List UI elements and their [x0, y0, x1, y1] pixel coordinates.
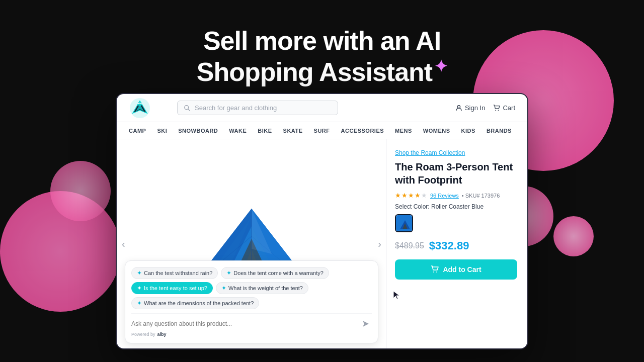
- signin-label: Sign In: [465, 104, 485, 112]
- nav-surf[interactable]: SURF: [314, 128, 330, 134]
- brand-logo-icon: [129, 97, 151, 119]
- hero-title: Sell more with an AI Shopping Assistant✦: [0, 25, 644, 88]
- price-row: $489.95 $332.89: [395, 239, 517, 252]
- product-image-section: Free Flow ‹ › ✦ Can the test withstand r…: [117, 139, 386, 348]
- send-icon: [362, 320, 370, 328]
- next-image-button[interactable]: ›: [378, 238, 381, 250]
- cart-button[interactable]: Cart: [493, 104, 515, 112]
- nav-womens[interactable]: WOMENS: [423, 128, 450, 134]
- cart-add-icon: [431, 265, 439, 274]
- svg-point-4: [496, 110, 497, 111]
- chat-send-button[interactable]: [360, 318, 372, 330]
- cart-icon: [493, 105, 500, 112]
- chat-input[interactable]: [131, 320, 356, 327]
- ai-sparkle-icon: ✦: [434, 57, 447, 75]
- add-to-cart-label: Add to Cart: [443, 265, 481, 274]
- suggestion-label-2: Is the tent easy to set up?: [144, 285, 207, 291]
- chip-sparkle-icon-2: ✦: [137, 285, 142, 292]
- user-icon: [455, 105, 462, 112]
- nav-wake[interactable]: WAKE: [229, 128, 247, 134]
- device-mockup: Search for gear and clothing Sign In Car…: [116, 93, 528, 349]
- prev-image-button[interactable]: ‹: [122, 238, 125, 250]
- nav-camp[interactable]: CAMP: [129, 128, 146, 134]
- nav-kids[interactable]: KIDS: [461, 128, 475, 134]
- nav-ski[interactable]: SKI: [157, 128, 167, 134]
- signin-button[interactable]: Sign In: [455, 104, 485, 112]
- suggestion-chip-0[interactable]: ✦ Can the test withstand rain?: [131, 267, 218, 279]
- star-5: ★: [421, 192, 427, 199]
- nav-brands[interactable]: BRANDS: [487, 128, 512, 134]
- price-sale: $332.89: [429, 239, 469, 252]
- add-to-cart-button[interactable]: Add to Cart: [395, 259, 517, 280]
- nav-skate[interactable]: SKATE: [283, 128, 303, 134]
- color-swatch-row: [395, 214, 517, 232]
- chip-sparkle-icon-3: ✦: [221, 285, 226, 292]
- hero-section: Sell more with an AI Shopping Assistant✦: [0, 25, 644, 88]
- product-rating-row: ★ ★ ★ ★ ★ 96 Reviews • SKU# 173976: [395, 192, 517, 199]
- chat-input-row: [131, 313, 372, 330]
- chip-sparkle-icon-4: ✦: [137, 300, 142, 307]
- suggestion-label-0: Can the test withstand rain?: [144, 270, 212, 276]
- star-2: ★: [401, 192, 408, 199]
- collection-link[interactable]: Shop the Roam Collection: [395, 149, 517, 156]
- reviews-link[interactable]: 96 Reviews: [430, 193, 459, 199]
- nav-snowboard[interactable]: SNOWBOARD: [178, 128, 218, 134]
- suggestion-label-1: Does the tent come with a warranty?: [233, 270, 324, 276]
- product-name: The Roam 3-Person Tent with Footprint: [395, 160, 517, 187]
- svg-point-5: [498, 110, 499, 111]
- store-nav: CAMP SKI SNOWBOARD WAKE BIKE SKATE SURF …: [117, 122, 527, 139]
- nav-bike[interactable]: BIKE: [258, 128, 272, 134]
- product-info-section: Shop the Roam Collection The Roam 3-Pers…: [386, 139, 527, 348]
- store-header: Search for gear and clothing Sign In Car…: [117, 94, 527, 122]
- suggestion-chip-3[interactable]: ✦ What is the weight of the tent?: [216, 282, 308, 294]
- decorative-blob-br2: [553, 216, 594, 256]
- star-3: ★: [408, 192, 414, 199]
- nav-mens[interactable]: MENS: [395, 128, 412, 134]
- search-icon: [184, 105, 191, 112]
- svg-point-19: [436, 272, 437, 273]
- svg-point-3: [457, 105, 460, 108]
- hero-line1: Sell more with an AI: [0, 25, 644, 56]
- swatch-blue-icon: [396, 215, 413, 232]
- nav-accessories[interactable]: ACCESSORIES: [341, 128, 384, 134]
- search-bar[interactable]: Search for gear and clothing: [177, 101, 338, 115]
- price-original: $489.95: [395, 241, 424, 250]
- suggestion-label-4: What are the dimensions of the packed te…: [144, 300, 254, 306]
- sku-text: • SKU# 173976: [462, 193, 500, 199]
- decorative-blob-left2: [50, 161, 111, 221]
- search-placeholder-text: Search for gear and clothing: [195, 104, 277, 112]
- chat-suggestions: ✦ Can the test withstand rain? ✦ Does th…: [131, 267, 372, 309]
- cart-label: Cart: [503, 104, 515, 112]
- color-label: Select Color: Roller Coaster Blue: [395, 203, 517, 210]
- svg-point-1: [138, 102, 142, 106]
- suggestion-chip-4[interactable]: ✦ What are the dimensions of the packed …: [131, 297, 259, 309]
- product-area: Free Flow ‹ › ✦ Can the test withstand r…: [117, 139, 527, 348]
- suggestion-label-3: What is the weight of the tent?: [228, 285, 303, 291]
- chip-sparkle-icon-0: ✦: [137, 269, 142, 277]
- color-swatch-blue[interactable]: [395, 214, 413, 232]
- chip-sparkle-icon-1: ✦: [226, 269, 231, 277]
- suggestion-chip-2[interactable]: ✦ Is the tent easy to set up?: [131, 282, 213, 294]
- header-right: Sign In Cart: [455, 104, 515, 112]
- suggestion-chip-1[interactable]: ✦ Does the tent come with a warranty?: [221, 267, 329, 279]
- alby-brand: alby: [157, 332, 167, 337]
- star-1: ★: [395, 192, 401, 199]
- star-rating: ★ ★ ★ ★ ★: [395, 192, 427, 199]
- hero-line2: Shopping Assistant✦: [0, 56, 644, 87]
- star-4: ★: [415, 192, 421, 199]
- decorative-blob-left: [0, 191, 121, 312]
- logo-area: [129, 97, 169, 119]
- powered-by: Powered by alby: [131, 332, 372, 337]
- ai-chat-widget: ✦ Can the test withstand rain? ✦ Does th…: [125, 260, 378, 343]
- svg-point-18: [433, 272, 434, 273]
